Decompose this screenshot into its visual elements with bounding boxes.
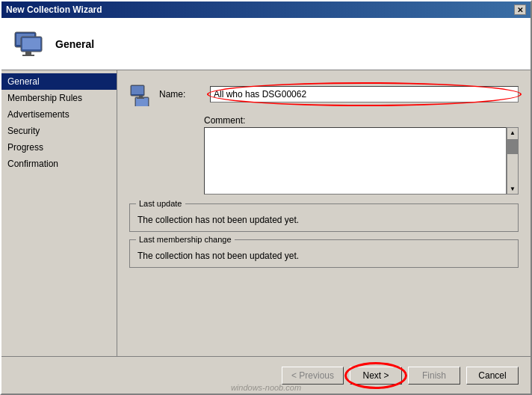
form-icon bbox=[129, 82, 153, 106]
scroll-up-arrow[interactable]: ▲ bbox=[508, 128, 517, 138]
last-update-title: Last update bbox=[136, 199, 185, 208]
scroll-down-arrow[interactable]: ▼ bbox=[508, 184, 517, 194]
finish-button[interactable]: Finish bbox=[408, 367, 460, 385]
svg-rect-4 bbox=[25, 52, 31, 55]
header-section: General bbox=[1, 18, 531, 70]
close-button[interactable]: ✕ bbox=[514, 4, 526, 15]
footer: < Previous Next > Finish Cancel windows-… bbox=[1, 356, 531, 394]
svg-rect-9 bbox=[136, 98, 148, 106]
last-membership-group: Last membership change The collection ha… bbox=[129, 239, 519, 268]
content-area: General Membership Rules Advertisements … bbox=[1, 70, 531, 356]
comment-section: Comment: ▲ ▼ bbox=[129, 115, 519, 195]
comment-textarea[interactable] bbox=[204, 127, 507, 195]
window-title: New Collection Wizard bbox=[6, 4, 102, 15]
scroll-thumb[interactable] bbox=[507, 139, 518, 154]
name-row: Name: bbox=[129, 82, 519, 106]
watermark: windows-noob.com bbox=[231, 383, 301, 392]
main-content: Name: Comment: ▲ ▼ bbox=[117, 70, 531, 356]
last-membership-text: The collection has not been updated yet. bbox=[137, 251, 299, 261]
svg-rect-7 bbox=[132, 86, 143, 94]
next-button[interactable]: Next > bbox=[350, 367, 402, 385]
name-label: Name: bbox=[159, 89, 204, 99]
last-update-text: The collection has not been updated yet. bbox=[137, 215, 299, 225]
sidebar-item-general[interactable]: General bbox=[1, 73, 117, 90]
next-button-wrapper: Next > bbox=[350, 367, 402, 385]
last-membership-title: Last membership change bbox=[136, 235, 235, 244]
comment-label: Comment: bbox=[204, 115, 519, 126]
title-bar: New Collection Wizard ✕ bbox=[1, 1, 531, 18]
wizard-window: New Collection Wizard ✕ General bbox=[0, 0, 532, 395]
header-title: General bbox=[55, 38, 94, 50]
wizard-icon bbox=[10, 26, 46, 62]
sidebar-item-advertisements[interactable]: Advertisements bbox=[1, 106, 117, 123]
svg-rect-3 bbox=[22, 38, 40, 49]
cancel-button[interactable]: Cancel bbox=[466, 367, 519, 385]
sidebar: General Membership Rules Advertisements … bbox=[1, 70, 117, 356]
svg-rect-5 bbox=[22, 55, 34, 56]
comment-area-wrapper: ▲ ▼ bbox=[204, 127, 519, 195]
window-body: General General Membership Rules Adverti… bbox=[1, 18, 531, 394]
sidebar-item-membership-rules[interactable]: Membership Rules bbox=[1, 90, 117, 106]
name-input-wrapper bbox=[210, 86, 519, 102]
sidebar-item-progress[interactable]: Progress bbox=[1, 139, 117, 156]
name-input[interactable] bbox=[210, 86, 519, 102]
svg-rect-10 bbox=[139, 96, 143, 98]
last-update-group: Last update The collection has not been … bbox=[129, 203, 519, 232]
sidebar-item-security[interactable]: Security bbox=[1, 123, 117, 139]
comment-scrollbar[interactable]: ▲ ▼ bbox=[507, 127, 519, 195]
svg-rect-11 bbox=[137, 98, 144, 99]
previous-button[interactable]: < Previous bbox=[282, 367, 344, 385]
sidebar-item-confirmation[interactable]: Confirmation bbox=[1, 156, 117, 172]
